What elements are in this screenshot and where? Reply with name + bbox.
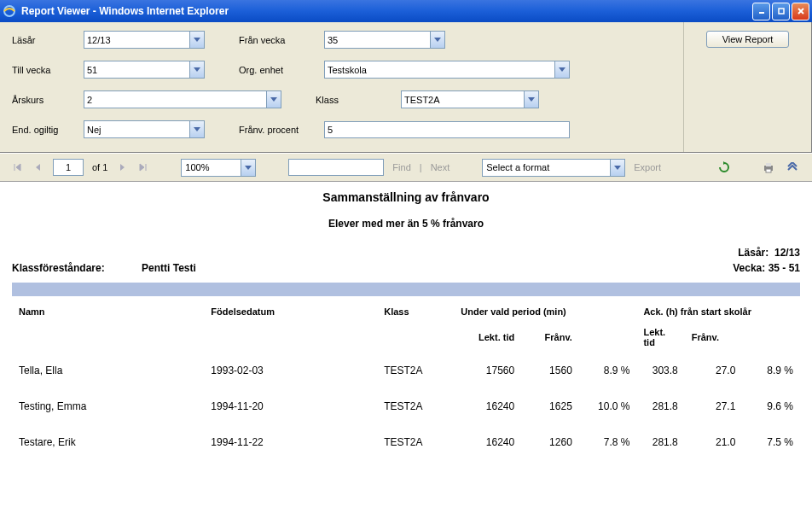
- chevron-down-icon: [524, 91, 538, 108]
- cell-p-pct: 10.0 %: [579, 388, 637, 424]
- cell-a-lekt: 281.8: [636, 424, 684, 460]
- ie-icon: [3, 4, 16, 18]
- chevron-down-icon: [554, 61, 569, 78]
- cell-namn: Testing, Emma: [12, 388, 204, 424]
- window-title: Report Viewer - Windows Internet Explore…: [21, 5, 752, 17]
- svg-rect-2: [779, 9, 784, 14]
- fran-vecka-select[interactable]: 35: [324, 31, 445, 49]
- report-body: Sammanställning av frånvaro Elever med m…: [0, 182, 812, 469]
- titlebar: Report Viewer - Windows Internet Explore…: [0, 0, 812, 22]
- cell-p-lekt: 16240: [454, 388, 521, 424]
- header-band: [12, 283, 800, 296]
- svg-rect-7: [766, 169, 771, 172]
- svg-rect-6: [766, 163, 771, 166]
- chevron-down-icon: [189, 61, 204, 78]
- parameter-panel: Läsår 12/13 Från vecka 35 Till vecka 51 …: [0, 22, 812, 153]
- find-link[interactable]: Find: [392, 162, 410, 172]
- arskurs-label: Årskurs: [12, 95, 84, 105]
- lasar-meta-value: 12/13: [774, 247, 800, 259]
- cell-klass: TEST2A: [377, 388, 454, 424]
- franv-procent-label: Frånv. procent: [239, 125, 324, 135]
- cell-a-franv: 27.0: [685, 353, 743, 388]
- report-subtitle: Elever med mer än 5 % frånvaro: [12, 218, 800, 230]
- col-lekt-tid-1: Lekt. tid: [454, 322, 521, 353]
- cell-klass: TEST2A: [377, 353, 454, 388]
- export-format-select[interactable]: Select a format: [482, 159, 625, 177]
- refresh-icon[interactable]: [716, 160, 732, 175]
- view-report-button[interactable]: View Report: [706, 31, 790, 48]
- print-icon[interactable]: [761, 160, 776, 175]
- cell-namn: Tella, Ella: [12, 353, 204, 388]
- maximize-button[interactable]: [772, 3, 790, 20]
- klass-select[interactable]: TEST2A: [401, 90, 539, 108]
- fran-vecka-label: Från vecka: [239, 35, 324, 45]
- report-table: Namn Födelsedatum Klass Under vald perio…: [12, 301, 800, 460]
- cell-fodelse: 1994-11-20: [204, 388, 377, 424]
- lasar-select[interactable]: 12/13: [84, 31, 205, 49]
- cell-a-pct: 7.5 %: [742, 424, 800, 460]
- cell-a-lekt: 303.8: [636, 353, 684, 388]
- klass-label: Klass: [316, 95, 401, 105]
- franv-procent-input[interactable]: 5: [324, 121, 570, 138]
- klassforestandare-label: Klassföreståndare:: [12, 262, 105, 274]
- prev-page-button[interactable]: [32, 161, 44, 173]
- end-ogiltig-select[interactable]: Nej: [84, 120, 205, 138]
- close-button[interactable]: [792, 3, 809, 20]
- svg-point-0: [4, 6, 14, 16]
- lasar-label: Läsår: [12, 35, 84, 45]
- next-page-button[interactable]: [116, 161, 128, 173]
- org-enhet-select[interactable]: Testskola: [324, 61, 570, 79]
- find-input[interactable]: [288, 159, 384, 176]
- report-toolbar: of 1 100% Find | Next Select a format Ex…: [0, 153, 812, 182]
- last-page-button[interactable]: [136, 161, 148, 173]
- table-row: Tella, Ella1993-02-03TEST2A1756015608.9 …: [12, 353, 800, 388]
- cell-p-pct: 7.8 %: [579, 424, 637, 460]
- org-enhet-label: Org. enhet: [239, 65, 324, 75]
- page-number-input[interactable]: [53, 159, 84, 176]
- chevron-down-icon: [189, 32, 204, 48]
- arskurs-select[interactable]: 2: [84, 90, 281, 108]
- col-lekt-tid-2: Lekt. tid: [636, 322, 684, 353]
- col-ack-start: Ack. (h) från start skolår: [636, 301, 800, 322]
- cell-a-franv: 27.1: [685, 388, 743, 424]
- col-franv-1: Frånv.: [521, 322, 579, 353]
- col-under-period: Under vald period (min): [454, 301, 636, 322]
- export-link[interactable]: Export: [634, 162, 661, 172]
- klassforestandare-value: Pentti Testi: [142, 262, 196, 274]
- lasar-meta-label: Läsår:: [738, 247, 768, 259]
- cell-p-lekt: 17560: [454, 353, 521, 388]
- chevron-down-icon: [189, 121, 204, 137]
- first-page-button[interactable]: [12, 161, 24, 173]
- table-row: Testare, Erik1994-11-22TEST2A1624012607.…: [12, 424, 800, 460]
- cell-a-pct: 9.6 %: [742, 388, 800, 424]
- collapse-icon[interactable]: [785, 160, 800, 175]
- cell-a-franv: 21.0: [685, 424, 743, 460]
- next-find-link[interactable]: Next: [431, 162, 450, 172]
- col-fodelsedatum: Födelsedatum: [204, 301, 377, 322]
- vecka-meta-label: Vecka:: [733, 262, 765, 274]
- chevron-down-icon: [610, 160, 624, 176]
- cell-namn: Testare, Erik: [12, 424, 204, 460]
- till-vecka-label: Till vecka: [12, 65, 84, 75]
- page-count-label: of 1: [92, 162, 107, 172]
- till-vecka-select[interactable]: 51: [84, 61, 205, 79]
- report-title: Sammanställning av frånvaro: [12, 190, 800, 204]
- table-row: Testing, Emma1994-11-20TEST2A16240162510…: [12, 388, 800, 424]
- cell-p-lekt: 16240: [454, 424, 521, 460]
- cell-a-lekt: 281.8: [636, 388, 684, 424]
- cell-klass: TEST2A: [377, 424, 454, 460]
- minimize-button[interactable]: [752, 3, 770, 20]
- cell-fodelse: 1994-11-22: [204, 424, 377, 460]
- cell-p-pct: 8.9 %: [579, 353, 637, 388]
- chevron-down-icon: [430, 32, 444, 48]
- vecka-meta-value: 35 - 51: [768, 262, 800, 274]
- end-ogiltig-label: End. ogiltig: [12, 125, 84, 135]
- chevron-down-icon: [241, 160, 255, 176]
- cell-fodelse: 1993-02-03: [204, 353, 377, 388]
- col-klass: Klass: [377, 301, 454, 322]
- col-namn: Namn: [12, 301, 204, 322]
- chevron-down-icon: [266, 91, 281, 108]
- zoom-select[interactable]: 100%: [181, 159, 256, 177]
- col-franv-2: Frånv.: [685, 322, 743, 353]
- cell-p-franv: 1260: [521, 424, 579, 460]
